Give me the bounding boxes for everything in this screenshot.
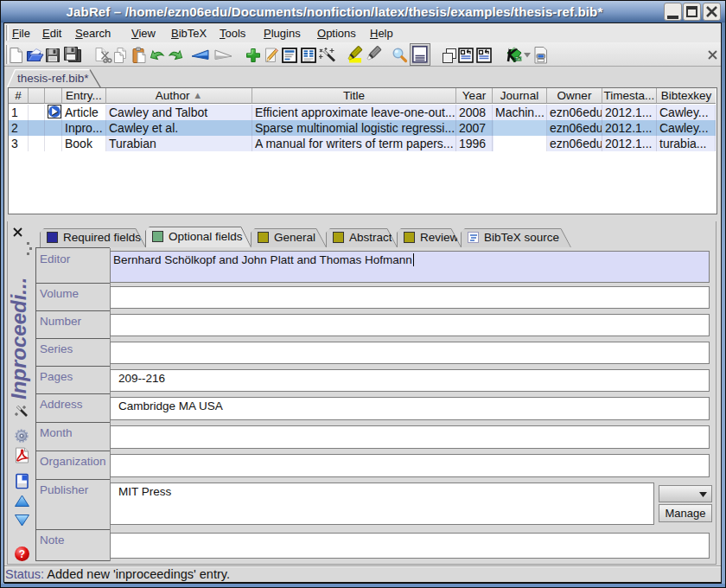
svg-text:TeX: TeX xyxy=(515,56,524,61)
svg-text:?: ? xyxy=(19,548,25,560)
